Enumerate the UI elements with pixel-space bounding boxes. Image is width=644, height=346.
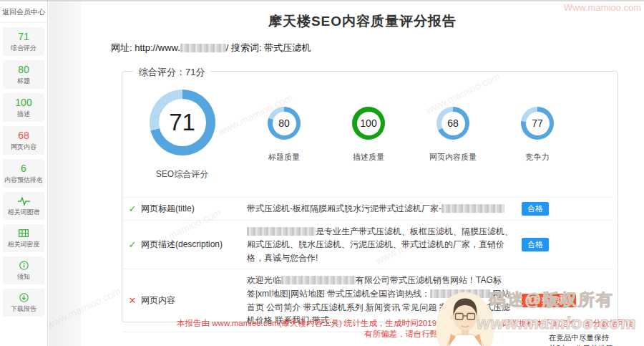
fail-cross-icon: ✕ xyxy=(124,295,141,306)
rank-estimate-value: 6 xyxy=(4,163,44,174)
gauge-ring: 100 xyxy=(352,107,385,140)
gauge-content-quality: 68 网页内容质量 xyxy=(411,107,495,181)
gauge-title-quality: 80 标题质量 xyxy=(242,107,326,181)
gauge-label: SEO综合评分 xyxy=(156,168,208,181)
content-score-label: 网页内容 xyxy=(4,143,44,150)
table-row-page-description: ✓ 网页描述(description) 是专业生产带式压滤机、板框压滤机、隔膜压… xyxy=(124,221,613,270)
censored-domain xyxy=(180,44,226,52)
panel-legend: 综合评分：71分 xyxy=(133,66,210,79)
overall-score-panel: 综合评分：71分 71 SEO综合评分 80 标题质量 100 描述质量 xyxy=(122,71,618,322)
description-score-value: 100 xyxy=(4,97,44,108)
info-icon xyxy=(4,260,44,271)
content-score-value: 68 xyxy=(4,130,44,141)
pulse-icon xyxy=(4,196,44,206)
notice-label: 须知 xyxy=(4,273,44,280)
censored-text xyxy=(441,204,504,213)
gauge-label: 竞争力 xyxy=(526,152,550,163)
gauge-label: 描述质量 xyxy=(353,152,384,163)
gauge-seo-overall: 71 SEO综合评分 xyxy=(134,90,230,181)
report-footer-disclaimer: 本报告由 www.mamioo.com(摩天楼内容工具) 统计生成，生成时间20… xyxy=(174,318,637,340)
gauge-ring: 71 xyxy=(150,90,215,155)
back-to-member-center-link[interactable]: 返回会员中心 xyxy=(0,1,47,23)
table-row-page-title: ✓ 网页标题(title) 带式压滤机-板框隔膜厢式脱水污泥带式过滤机厂家- 合… xyxy=(124,197,613,221)
sidebar-item-related-word-graph[interactable]: 相关词图谱 xyxy=(3,192,44,220)
gauge-label: 标题质量 xyxy=(268,152,300,163)
gauge-ring: 80 xyxy=(268,107,301,140)
sidebar-item-download-report[interactable]: 下载报告 xyxy=(3,289,44,317)
sidebar: 返回会员中心 71 综合评分 80 标题 100 描述 68 网页内容 6 内容… xyxy=(0,1,48,346)
gauge-value: 71 xyxy=(159,99,206,146)
rank-estimate-label: 内容预估排名 xyxy=(4,176,44,183)
status-badge: 合格 xyxy=(522,238,549,251)
gauge-value: 80 xyxy=(273,112,296,135)
censored-text xyxy=(247,227,316,236)
url-and-keyword-line: 网址: http://www./ 搜索词: 带式压滤机 xyxy=(111,42,644,54)
download-icon xyxy=(4,292,44,303)
status-badge: 合格 xyxy=(522,202,549,216)
row-text: 带式压滤机-板框隔膜厢式脱水污泥带式过滤机厂家- xyxy=(247,203,441,213)
row-label: 网页标题(title) xyxy=(141,203,247,215)
related-word-density-label: 相关词密度 xyxy=(4,241,44,248)
main-content: 摩天楼SEO内容质量评分报告 网址: http://www./ 搜索词: 带式压… xyxy=(81,1,644,346)
keyword-suffix: / 搜索词: 带式压滤机 xyxy=(226,42,311,53)
censored-text xyxy=(430,289,490,298)
sidebar-item-notice[interactable]: 须知 xyxy=(3,256,44,284)
row-content: 带式压滤机-板框隔膜厢式脱水污泥带式过滤机厂家- xyxy=(247,198,522,220)
description-score-label: 描述 xyxy=(4,110,44,117)
overall-score-value: 71 xyxy=(4,31,44,42)
title-score-value: 80 xyxy=(4,64,44,75)
related-word-graph-label: 相关词图谱 xyxy=(4,208,44,216)
gauge-value: 100 xyxy=(357,112,381,135)
seo-report-page: { "page": { "top_title": "摩天楼SEO内容质量评分报告… xyxy=(0,0,644,346)
sidebar-item-description-score[interactable]: 100 描述 xyxy=(3,93,44,122)
gauge-ring: 68 xyxy=(436,107,469,140)
sidebar-gutter xyxy=(49,1,81,346)
grid-icon xyxy=(4,228,44,239)
sidebar-item-title-score[interactable]: 80 标题 xyxy=(3,60,44,89)
gauge-competitiveness: 77 竞争力 xyxy=(495,107,580,181)
gauge-description-quality: 100 描述质量 xyxy=(326,107,411,181)
row-label: 网页内容 xyxy=(141,294,247,307)
sidebar-item-overall-score[interactable]: 71 综合评分 xyxy=(3,27,44,56)
view-suggestions-button[interactable]: 查看整改建议 xyxy=(522,294,576,307)
page-title: 摩天楼SEO内容质量评分报告 xyxy=(81,1,644,31)
row-label: 网页描述(description) xyxy=(141,239,247,251)
sidebar-item-content-score[interactable]: 68 网页内容 xyxy=(3,126,44,155)
title-score-label: 标题 xyxy=(4,77,44,85)
pass-check-icon: ✓ xyxy=(124,203,141,214)
sidebar-item-rank-estimate[interactable]: 6 内容预估排名 xyxy=(3,159,44,188)
download-report-label: 下载报告 xyxy=(4,305,44,312)
gauge-value: 77 xyxy=(526,112,550,135)
gauge-ring: 77 xyxy=(521,107,554,140)
row-text: 欢迎光临 xyxy=(247,275,281,285)
censored-text xyxy=(281,276,356,284)
row-content: 是专业生产带式压滤机、板框压滤机、隔膜压滤机、厢式压滤机、脱水压滤机、污泥压滤机… xyxy=(247,221,522,269)
url-prefix: 网址: http://www. xyxy=(111,42,180,53)
sidebar-item-related-word-density[interactable]: 相关词密度 xyxy=(3,224,44,252)
gauge-label: 网页内容质量 xyxy=(429,152,477,163)
gauge-row: 71 SEO综合评分 80 标题质量 100 描述质量 68 网页 xyxy=(122,72,618,181)
overall-score-label: 综合评分 xyxy=(4,44,44,52)
gauge-value: 68 xyxy=(441,112,465,135)
pass-check-icon: ✓ xyxy=(124,239,141,250)
